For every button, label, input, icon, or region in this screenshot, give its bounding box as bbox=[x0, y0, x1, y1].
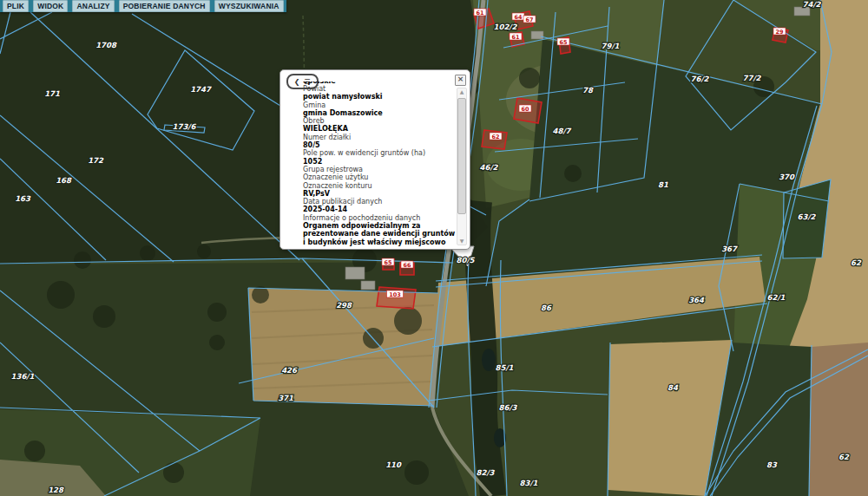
parcel-number-label: 172 bbox=[88, 156, 104, 165]
parcel-info-popup: ❮ ☰ × opolskiePowiatpowiat namysłowskiGm… bbox=[279, 69, 470, 250]
building-number-label: 62 bbox=[491, 134, 499, 140]
parcel-number-label: 48/7 bbox=[553, 127, 572, 135]
attribute-value: RV,PsV bbox=[303, 190, 457, 198]
parcel-number-label: 77/2 bbox=[743, 74, 762, 82]
parcel-number-label: 163 bbox=[15, 194, 31, 203]
building-number-label: 66 bbox=[403, 262, 411, 269]
parcel-number-label: 62 bbox=[838, 453, 850, 461]
parcel-number-label: 62 bbox=[851, 258, 862, 267]
parcel-number-label: 171 bbox=[44, 89, 60, 98]
attribute-value: gmina Domaszowice bbox=[303, 109, 457, 117]
building-number-label: 65 bbox=[384, 259, 392, 266]
attribute-label: Gmina bbox=[303, 101, 457, 109]
attribute-value: 2025-04-14 bbox=[303, 206, 457, 213]
building-number-label: 65 bbox=[559, 39, 568, 46]
parcel-number-label: 63/2 bbox=[798, 212, 817, 221]
parcel-number-label: 46/2 bbox=[480, 163, 499, 172]
attribute-value: Organem odpowiedzialnym za bbox=[303, 222, 457, 230]
scroll-down-icon[interactable]: ▼ bbox=[457, 238, 466, 245]
parcel-number-label: 62/1 bbox=[767, 293, 786, 302]
attribute-label: Grupa rejestrowa bbox=[303, 166, 457, 173]
attribute-value: opolskie bbox=[303, 82, 457, 85]
parcel-number-label: 1747 bbox=[190, 85, 212, 94]
building-number-label: 64 bbox=[514, 14, 523, 21]
top-menu-bar: PLIK WIDOK ANALIZY POBIERANIE DANYCH WYS… bbox=[0, 0, 286, 12]
field-brown bbox=[809, 343, 868, 496]
parcel-number-label: 371 bbox=[278, 394, 293, 402]
parcel-number-label: 84 bbox=[667, 383, 679, 392]
parcel-number-label: 128 bbox=[48, 486, 64, 494]
geoportal-window: 17081711747173/6172168163136/1128102/274… bbox=[0, 0, 868, 496]
parcel-number-label: 173/6 bbox=[173, 122, 197, 131]
building-number-label: 67 bbox=[525, 16, 533, 23]
parcel-number-label: 102/2 bbox=[494, 23, 518, 31]
scroll-up-icon[interactable]: ▲ bbox=[457, 88, 466, 95]
parcel-number-label: 86 bbox=[541, 303, 552, 312]
parcel-number-label: 136/1 bbox=[11, 372, 35, 381]
pond bbox=[482, 349, 496, 371]
parcel-number-label: 367 bbox=[721, 245, 738, 253]
menu-pobieranie-danych[interactable]: POBIERANIE DANYCH bbox=[119, 0, 210, 12]
parcel-attributes: opolskiePowiatpowiat namysłowskiGminagmi… bbox=[303, 82, 457, 246]
parcel-number-label: 83 bbox=[766, 460, 778, 469]
parcel-number-label: 80/5 bbox=[457, 256, 476, 264]
attribute-label: Oznaczenie użytku bbox=[303, 173, 457, 181]
attribute-label: Informacje o pochodzeniu danych bbox=[303, 214, 457, 222]
attribute-label: Numer działki bbox=[303, 134, 457, 141]
parcel-number-label: 370 bbox=[779, 173, 795, 181]
attribute-value: WIELOŁĘKA bbox=[303, 125, 457, 133]
parcel-number-label: 426 bbox=[281, 366, 298, 375]
parcel-number-label: 78 bbox=[582, 86, 594, 95]
parcel-number-label: 79/1 bbox=[602, 42, 620, 50]
attribute-label: Obręb bbox=[303, 117, 457, 125]
menu-plik[interactable]: PLIK bbox=[3, 0, 29, 12]
scrollbar-thumb[interactable] bbox=[457, 98, 466, 214]
parcel-number-label: 85/1 bbox=[496, 363, 514, 372]
attribute-label: Data publikacji danych bbox=[303, 198, 457, 206]
parcel-number-label: 76/2 bbox=[691, 75, 710, 83]
parcel-number-label: 298 bbox=[336, 301, 352, 310]
parcel-number-label: 74/2 bbox=[803, 0, 822, 9]
attribute-label: Powiat bbox=[303, 85, 457, 93]
parcel-number-label: 83/1 bbox=[520, 479, 538, 487]
building-number-label: 61 bbox=[476, 10, 484, 16]
parcel-number-label: 1708 bbox=[95, 41, 117, 49]
attribute-value: prezentowane dane ewidencji gruntów bbox=[303, 230, 457, 238]
attribute-value: powiat namysłowski bbox=[303, 93, 457, 101]
menu-wyszukiwania[interactable]: WYSZUKIWANIA bbox=[214, 0, 284, 12]
menu-analizy[interactable]: ANALIZY bbox=[72, 0, 114, 12]
building-number-label: 29 bbox=[775, 29, 784, 36]
popup-scrollbar[interactable]: ▲ ▼ bbox=[457, 88, 467, 245]
building-number-label: 103 bbox=[389, 291, 401, 298]
parcel-number-label: 81 bbox=[658, 180, 668, 189]
parcel-number-label: 82/3 bbox=[477, 468, 496, 477]
building-number-label: 60 bbox=[521, 106, 529, 113]
parcel-number-label: 364 bbox=[688, 296, 705, 304]
menu-widok[interactable]: WIDOK bbox=[33, 0, 68, 12]
parcel-number-label: 86/3 bbox=[499, 403, 518, 412]
parcel-number-label: 110 bbox=[385, 460, 402, 469]
parcel-number-label: 168 bbox=[56, 176, 72, 185]
attribute-label: Oznaczenie konturu bbox=[303, 182, 457, 190]
attribute-label: Pole pow. w ewidencji gruntów (ha) bbox=[303, 149, 457, 157]
attribute-value: i budynków jest właściwy miejscowo bbox=[303, 238, 457, 246]
attribute-value: 1052 bbox=[303, 158, 457, 166]
attribute-value: 80/5 bbox=[303, 141, 457, 149]
building-number-label: 61 bbox=[511, 34, 520, 41]
